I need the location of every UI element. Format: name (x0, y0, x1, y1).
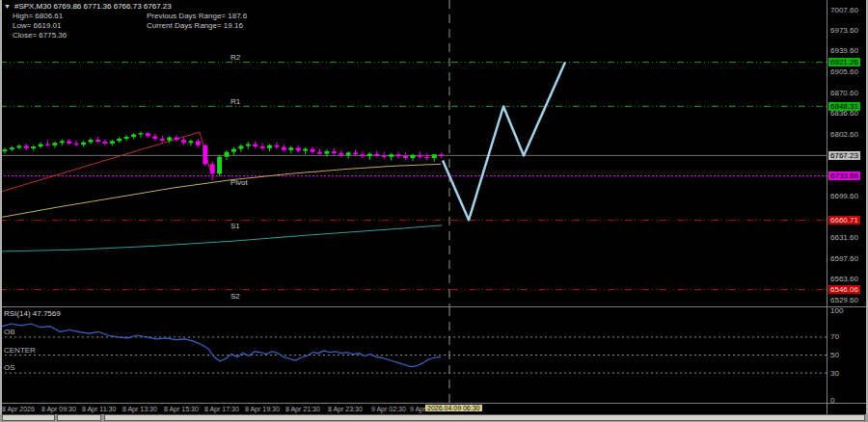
candle (367, 152, 372, 160)
close-value: Close= 6775.36 (13, 31, 67, 40)
price-axis-label: 6836.60 (830, 109, 858, 118)
candle (275, 143, 280, 149)
candle (389, 153, 393, 161)
ma-teal-line (0, 225, 442, 251)
candle (396, 152, 401, 159)
price-axis-label: 6597.60 (830, 254, 858, 263)
axis-divider (827, 0, 827, 414)
rsi-zone-label-center: CENTER (4, 346, 36, 355)
price-axis-label: 6699.60 (830, 192, 858, 200)
rsi-indicator-panel[interactable] (0, 307, 827, 404)
symbol-quote-line: ▼#SPX,M30 6769.86 6771.36 6766.73 6767.2… (4, 2, 172, 12)
candle (60, 140, 65, 145)
candle (403, 152, 408, 160)
rsi-title: RSI(14) 47.7569 (4, 309, 61, 318)
candle (374, 151, 379, 158)
bottom-strip-segment (57, 414, 101, 421)
candle (410, 154, 415, 162)
candle (210, 161, 215, 180)
rsi-zone-label-ob: OB (4, 328, 15, 336)
forecast-time-badge: 2026.04.09 06:30 (425, 405, 482, 411)
price-axis-badge: 6767.23 (828, 151, 860, 160)
time-axis[interactable]: 8 Apr 20268 Apr 09:308 Apr 11:308 Apr 13… (0, 404, 868, 414)
candle (196, 139, 201, 147)
candle (24, 144, 29, 150)
symbol-ohlc-text: #SPX,M30 6769.86 6771.36 6766.73 6767.23 (14, 2, 172, 11)
panel-separator-bottom[interactable] (0, 403, 866, 404)
bottom-strip-segment (104, 414, 865, 421)
chart-dropdown-marker-icon[interactable]: ▼ (4, 3, 11, 10)
candle (45, 141, 50, 146)
candle (160, 136, 165, 143)
time-axis-label: 8 Apr 23:30 (328, 406, 363, 412)
price-axis[interactable]: 7007.606973.606939.606921.266905.606870.… (827, 0, 868, 414)
candle (267, 145, 272, 152)
candle (260, 143, 265, 150)
candle (339, 150, 343, 158)
rsi-line (2, 324, 441, 367)
forecast-zigzag-line (443, 63, 565, 221)
candle (296, 145, 301, 153)
time-axis-label: 8 Apr 13:30 (122, 406, 157, 412)
candle (131, 133, 136, 139)
trading-terminal-window: R2R1PivotS1S2 ▼#SPX,M30 6769.86 6771.36 … (0, 0, 868, 422)
candle (175, 135, 179, 142)
candle (217, 155, 222, 176)
candle (282, 145, 286, 152)
ma-red-line (0, 132, 211, 192)
candle (117, 137, 122, 143)
candle (311, 146, 315, 154)
bottom-strip-segment (2, 414, 55, 421)
time-axis-label: 9 Apr 02:30 (371, 406, 406, 412)
price-axis-label: 6802.60 (830, 130, 858, 139)
price-axis-label: 7007.60 (830, 6, 858, 14)
rsi-axis-label: 70 (830, 332, 839, 341)
candle (439, 152, 444, 158)
price-axis-badge: 6546.06 (828, 285, 860, 294)
level-label-s2: S2 (231, 292, 240, 301)
price-axis-label: 6973.60 (830, 26, 858, 35)
candle (102, 140, 107, 145)
candle (124, 135, 129, 141)
candle (10, 145, 14, 151)
panel-separator-top[interactable] (0, 306, 866, 307)
price-axis-badge: 6921.26 (828, 58, 860, 66)
price-axis-badge: 6733.66 (828, 171, 860, 180)
window-bottom-strip (0, 414, 868, 422)
rsi-value: 47.7569 (33, 309, 61, 318)
candle (152, 134, 157, 141)
candle (238, 145, 243, 152)
rsi-zone-label-os: OS (4, 363, 15, 372)
main-price-chart[interactable] (0, 0, 827, 306)
candle (203, 145, 207, 167)
candle (303, 147, 308, 155)
candle (16, 145, 21, 150)
low-value: Low= 6619.01 (13, 21, 62, 31)
candle (3, 147, 8, 153)
candle (317, 148, 322, 156)
price-axis-label: 6905.60 (830, 67, 858, 76)
time-axis-label: 9 Apr (410, 406, 425, 412)
candle (81, 141, 86, 146)
rsi-axis-label: 30 (830, 369, 839, 378)
price-axis-label: 6529.60 (830, 296, 858, 304)
price-axis-label: 6563.60 (830, 275, 858, 283)
high-value: High= 6806.61 (13, 12, 63, 21)
candle (110, 140, 115, 145)
level-label-r2: R2 (231, 53, 240, 62)
candle (146, 132, 150, 138)
candle (361, 151, 366, 158)
candle (253, 141, 258, 148)
level-label-pivot: Pivot (231, 178, 248, 187)
candle (95, 137, 100, 143)
candle (346, 151, 351, 159)
current-days-range: Current Days Range= 19.16 (147, 21, 243, 31)
price-axis-label: 6870.60 (830, 89, 858, 97)
candle (67, 139, 71, 145)
candle (39, 143, 43, 148)
candle (332, 148, 337, 155)
time-axis-label: 8 Apr 17:30 (204, 406, 239, 412)
window-border-left (0, 0, 2, 422)
candle (52, 142, 57, 147)
candle (89, 138, 94, 144)
